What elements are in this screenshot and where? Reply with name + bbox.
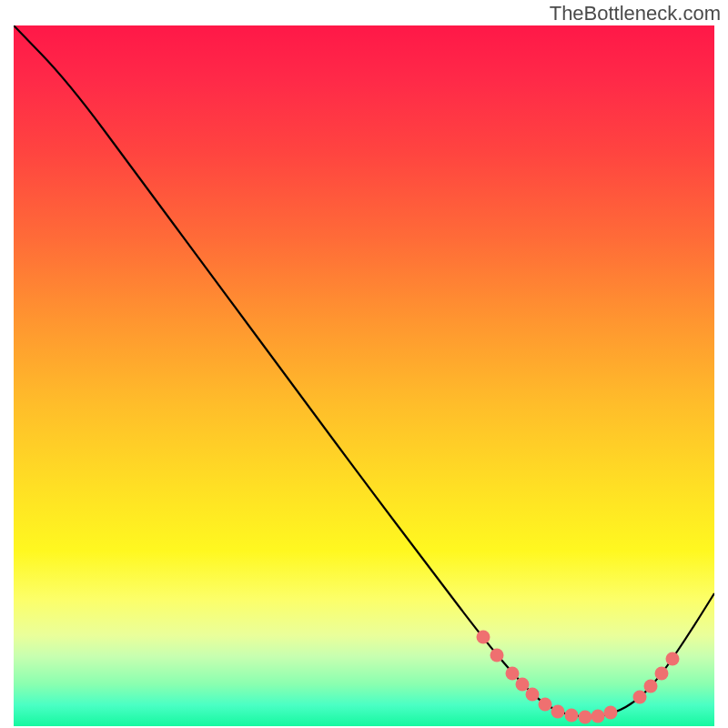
- chart-dot: [644, 680, 658, 693]
- chart-dot: [539, 698, 552, 712]
- watermark-text: TheBottleneck.com: [550, 2, 721, 25]
- chart-curve: [14, 25, 714, 716]
- chart-dot: [633, 691, 647, 704]
- chart-dot: [666, 652, 680, 666]
- chart-dot: [655, 667, 669, 681]
- chart-dot: [604, 706, 618, 720]
- chart-dot: [490, 649, 504, 662]
- chart-dot: [526, 688, 540, 702]
- chart-dots-group: [477, 631, 680, 724]
- chart-dot: [551, 705, 565, 719]
- chart-dot: [565, 709, 579, 723]
- chart-dot: [579, 711, 592, 724]
- chart-dot: [477, 631, 490, 644]
- chart-svg-layer: [14, 25, 714, 726]
- chart-dot: [516, 678, 530, 692]
- chart-dot: [506, 667, 520, 681]
- chart-plot-area: [14, 25, 714, 726]
- chart-dot: [592, 710, 605, 723]
